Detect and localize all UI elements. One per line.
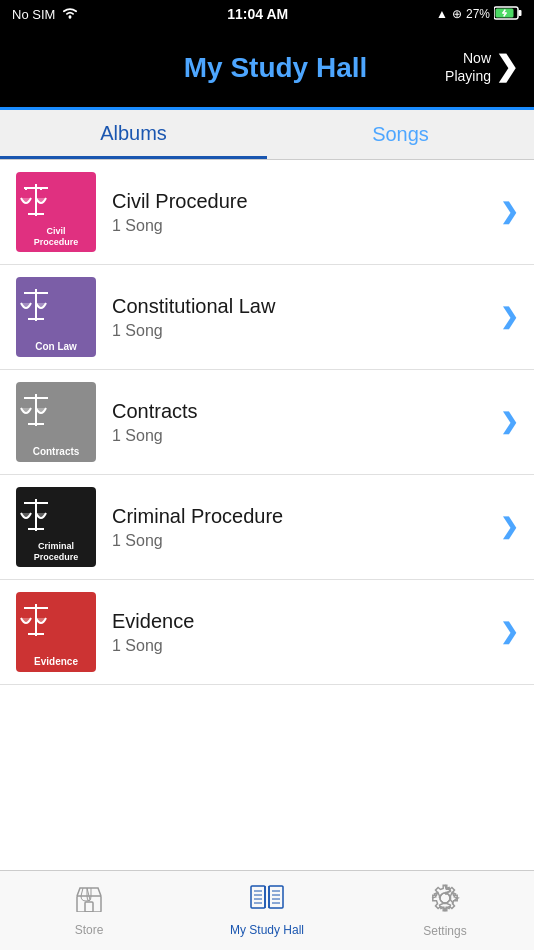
album-art-criminal: CriminalProcedure (16, 487, 96, 567)
status-bar: No SIM 11:04 AM ▲ ⊕ 27% (0, 0, 534, 28)
page-title: My Study Hall (106, 52, 445, 84)
album-chevron-civil: ❯ (500, 199, 518, 225)
book-icon (249, 884, 285, 919)
tab-songs[interactable]: Songs (267, 110, 534, 159)
album-art-evidence: Evidence (16, 592, 96, 672)
bottom-tab-mystudyhall[interactable]: My Study Hall (178, 884, 356, 937)
now-playing-chevron-icon: ❯ (495, 49, 518, 85)
bottom-tab-store-label: Store (75, 923, 104, 937)
app-header: My Study Hall NowPlaying ❯ (0, 28, 534, 110)
album-name-conlaw: Constitutional Law (112, 295, 500, 318)
bottom-tab-store[interactable]: Store (0, 884, 178, 937)
album-count-evidence: 1 Song (112, 637, 500, 655)
album-count-contracts: 1 Song (112, 427, 500, 445)
svg-rect-2 (519, 10, 522, 16)
wifi-icon (61, 6, 79, 23)
album-item-evidence[interactable]: Evidence Evidence 1 Song ❯ (0, 580, 534, 685)
svg-point-0 (69, 16, 72, 19)
album-count-conlaw: 1 Song (112, 322, 500, 340)
album-list: CivilProcedure Civil Procedure 1 Song ❯ … (0, 160, 534, 870)
tab-albums[interactable]: Albums (0, 110, 267, 159)
album-art-label-conlaw: Con Law (35, 341, 77, 353)
album-info-conlaw: Constitutional Law 1 Song (112, 295, 500, 340)
now-playing-label: NowPlaying (445, 49, 491, 85)
album-art-label-criminal: CriminalProcedure (34, 541, 79, 563)
status-right: ▲ ⊕ 27% (436, 6, 522, 23)
svg-rect-25 (85, 902, 93, 912)
album-name-civil: Civil Procedure (112, 190, 500, 213)
store-icon (73, 884, 105, 919)
status-left: No SIM (12, 6, 79, 23)
album-info-evidence: Evidence 1 Song (112, 610, 500, 655)
album-info-criminal: Criminal Procedure 1 Song (112, 505, 500, 550)
album-count-criminal: 1 Song (112, 532, 500, 550)
tab-bar: Albums Songs (0, 110, 534, 160)
lock-icon: ⊕ (452, 7, 462, 21)
svg-rect-31 (269, 886, 283, 908)
bottom-tab-bar: Store My Study Hall (0, 870, 534, 950)
gear-icon (430, 883, 460, 920)
location-icon: ▲ (436, 7, 448, 21)
album-name-contracts: Contracts (112, 400, 500, 423)
carrier-label: No SIM (12, 7, 55, 22)
album-name-criminal: Criminal Procedure (112, 505, 500, 528)
album-art-label-contracts: Contracts (33, 446, 80, 458)
album-count-civil: 1 Song (112, 217, 500, 235)
album-art-label-civil: CivilProcedure (34, 226, 79, 248)
album-item-criminal-procedure[interactable]: CriminalProcedure Criminal Procedure 1 S… (0, 475, 534, 580)
album-item-civil-procedure[interactable]: CivilProcedure Civil Procedure 1 Song ❯ (0, 160, 534, 265)
album-art-label-evidence: Evidence (34, 656, 78, 668)
album-chevron-contracts: ❯ (500, 409, 518, 435)
album-item-contracts[interactable]: Contracts Contracts 1 Song ❯ (0, 370, 534, 475)
svg-rect-26 (251, 886, 265, 908)
album-art-civil-procedure: CivilProcedure (16, 172, 96, 252)
album-chevron-evidence: ❯ (500, 619, 518, 645)
svg-rect-24 (77, 896, 101, 912)
status-time: 11:04 AM (227, 6, 288, 22)
album-name-evidence: Evidence (112, 610, 500, 633)
battery-percent: 27% (466, 7, 490, 21)
battery-icon (494, 6, 522, 23)
bottom-tab-mystudyhall-label: My Study Hall (230, 923, 304, 937)
album-art-contracts: Contracts (16, 382, 96, 462)
bottom-tab-settings-label: Settings (423, 924, 466, 938)
bottom-tab-settings[interactable]: Settings (356, 883, 534, 938)
album-art-con-law: Con Law (16, 277, 96, 357)
album-item-constitutional-law[interactable]: Con Law Constitutional Law 1 Song ❯ (0, 265, 534, 370)
now-playing-button[interactable]: NowPlaying ❯ (445, 49, 518, 85)
album-info-contracts: Contracts 1 Song (112, 400, 500, 445)
album-chevron-criminal: ❯ (500, 514, 518, 540)
album-chevron-conlaw: ❯ (500, 304, 518, 330)
album-info-civil: Civil Procedure 1 Song (112, 190, 500, 235)
